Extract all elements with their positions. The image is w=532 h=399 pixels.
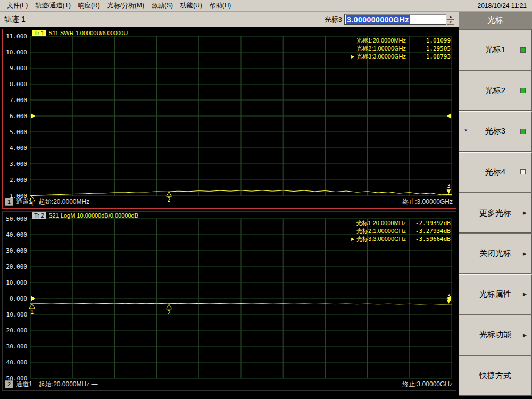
softkey-marker-properties[interactable]: 光标属性▶ [459, 274, 532, 314]
softkey-marker-off[interactable]: 关闭光标▶ [459, 234, 532, 274]
ref-level-arrow-right-icon [447, 113, 451, 119]
chart-title-text: S11 SWR 1.00000U/6.00000U [48, 30, 128, 36]
y-axis-tick: 2.000 [3, 177, 27, 184]
softkey-marker2[interactable]: 光标2 [459, 71, 532, 111]
submenu-arrow-icon: ▶ [523, 332, 527, 338]
menu-trace-channel[interactable]: 轨迹/通道(T) [31, 0, 74, 12]
marker-readout-label: 光标3:3.00000GHz [356, 235, 406, 243]
marker-readout-value: -2.99392dB [409, 220, 451, 227]
submenu-arrow-icon: ▶ [523, 251, 527, 256]
y-axis-tick: 20.000 [3, 263, 27, 270]
y-axis-tick: 3.000 [3, 161, 27, 168]
marker-number: 3 [447, 293, 450, 299]
chart-panel-tr1-s11-swr: 123 11.00010.0009.0008.0007.0006.0005.00… [2, 29, 456, 209]
marker-frequency-value: 3.000000000GHz [346, 15, 410, 24]
marker-led-indicator [520, 88, 526, 93]
submenu-arrow-icon: ▶ [523, 210, 527, 215]
active-marker-arrow-icon[interactable] [446, 189, 451, 194]
marker-readout-line: ▶光标3:3.00000GHz-3.59664dB [351, 235, 451, 243]
frequency-spinner: ▲ ▼ [447, 14, 454, 25]
softkey-marker1[interactable]: 光标1 [459, 30, 532, 70]
menu-stimulus[interactable]: 激励(S) [148, 0, 177, 12]
marker-readouts: 光标1:20.0000MHz1.01099光标2:1.00000GHz1.295… [351, 37, 451, 61]
ref-level-arrow-left-icon [31, 113, 35, 119]
marker-field-label: 光标3 [325, 15, 342, 24]
ref-level-arrow-left-icon [31, 296, 35, 301]
marker-readout-label: 光标3:3.00000GHz [356, 53, 406, 61]
active-trace-selector[interactable]: 轨迹 1 [4, 15, 26, 24]
softkey-label: 光标2 [485, 86, 505, 96]
y-axis-tick: 7.000 [3, 97, 27, 104]
marker-readout-line: ▶光标3:3.00000GHz1.08793 [351, 53, 451, 61]
chart-area: 123 11.00010.0009.0008.0007.0006.0005.00… [0, 27, 459, 399]
softkey-label: 光标功能 [479, 330, 511, 340]
y-axis-tick: -20.000 [3, 327, 27, 334]
marker-led-indicator [520, 169, 526, 174]
y-axis-tick: 6.000 [3, 113, 27, 120]
sweep-stop-label: 终止:3.00000GHz [402, 380, 453, 389]
menu-marker-analysis[interactable]: 光标/分析(M) [104, 0, 148, 12]
softkey-more-markers[interactable]: 更多光标▶ [459, 193, 532, 233]
softkey-shortcut[interactable]: 快捷方式 [459, 356, 532, 396]
datetime-display: 2018/10/24 11:21 [477, 2, 529, 10]
marker-number: 2 [168, 310, 171, 315]
softkey-label: 光标4 [485, 167, 505, 177]
marker-readout-value: -3.59664dB [409, 236, 451, 243]
softkey-marker-function[interactable]: 光标功能▶ [459, 315, 532, 355]
y-axis-tick: 50.000 [3, 215, 27, 222]
y-axis-tick: 5.000 [3, 129, 27, 136]
y-axis-ticks: 50.00040.00030.00020.00010.0000.000-10.0… [3, 212, 28, 390]
y-axis-tick: 9.000 [3, 65, 27, 72]
selected-marker-arrow-icon: ▶ [351, 237, 356, 242]
channel-number-badge: 1 [5, 198, 13, 206]
menu-file[interactable]: 文件(F) [3, 0, 31, 12]
active-marker-arrow-icon[interactable] [446, 300, 451, 304]
toolbar: 轨迹 1 光标3 3.000000000GHz ▲ ▼ [0, 12, 459, 27]
marker-frequency-input[interactable]: 3.000000000GHz [344, 14, 446, 25]
sweep-stop-label: 终止:3.00000GHz [402, 197, 453, 206]
softkey-buttons: 光标1光标2*光标3光标4更多光标▶关闭光标▶光标属性▶光标功能▶快捷方式 [459, 29, 532, 396]
vna-application-window: 文件(F)轨迹/通道(T)响应(R)光标/分析(M)激励(S)功能(U)帮助(H… [0, 0, 532, 399]
marker-readout-value: 1.08793 [409, 53, 451, 60]
spinner-down-button[interactable]: ▼ [447, 20, 454, 26]
y-axis-tick: 10.000 [3, 279, 27, 286]
marker-readouts: 光标1:20.0000MHz-2.99392dB光标2:1.00000GHz-3… [351, 219, 451, 243]
marker-readout-line: 光标2:1.00000GHz-3.27934dB [351, 227, 451, 235]
channel-status-bar: 1 通道1 起始:20.0000MHz ― 终止:3.00000GHz [5, 197, 453, 206]
marker-number: 1 [30, 309, 34, 315]
trace-badge-tr2[interactable]: Tr 2 [32, 212, 46, 219]
channel-name: 通道1 [16, 197, 32, 206]
softkey-marker4[interactable]: 光标4 [459, 152, 532, 193]
selected-marker-arrow-icon: ▶ [351, 54, 356, 59]
softkey-label: 光标1 [485, 45, 505, 55]
marker-number: 3 [447, 183, 450, 189]
chart-panel-tr2-s21-logm: 123 50.00040.00030.00020.00010.0000.000-… [2, 211, 456, 391]
submenu-arrow-icon: ▶ [523, 292, 527, 297]
y-axis-tick: 0.000 [3, 295, 27, 302]
channel-number-badge: 2 [5, 380, 13, 388]
marker-led-indicator [520, 47, 526, 53]
menu-response[interactable]: 响应(R) [74, 0, 104, 12]
sidebar-header: 光标 [459, 12, 532, 29]
sweep-start-label: 起始:20.0000MHz ― [39, 197, 98, 206]
marker-readout-line: 光标1:20.0000MHz1.01099 [351, 37, 451, 45]
chart-title-row: Tr 2 S21 LogM 10.00000dB/0.00000dB [32, 212, 138, 219]
y-axis-ticks: 11.00010.0009.0008.0007.0006.0005.0004.0… [3, 29, 28, 208]
marker-triangle-icon[interactable] [167, 304, 172, 309]
marker-readout-value: 1.01099 [409, 37, 451, 44]
channel-status-bar: 2 通道1 起始:20.0000MHz ― 终止:3.00000GHz [5, 380, 453, 389]
marker-readout-label: 光标1:20.0000MHz [356, 37, 406, 45]
softkey-label: 更多光标 [479, 208, 511, 218]
sweep-start-label: 起始:20.0000MHz ― [39, 380, 98, 389]
menu-help[interactable]: 帮助(H) [206, 0, 235, 12]
y-axis-tick: 30.000 [3, 247, 27, 254]
trace-badge-tr1[interactable]: Tr 1 [32, 30, 46, 36]
spinner-up-button[interactable]: ▲ [447, 14, 454, 20]
menu-utility[interactable]: 功能(U) [177, 0, 206, 12]
marker-readout-value: -3.27934dB [409, 228, 451, 235]
menu-items: 文件(F)轨迹/通道(T)响应(R)光标/分析(M)激励(S)功能(U)帮助(H… [3, 0, 235, 11]
softkey-marker3[interactable]: *光标3 [459, 111, 532, 152]
marker-readout-label: 光标1:20.0000MHz [356, 219, 406, 227]
marker-led-indicator [520, 129, 526, 134]
marker-readout-value: 1.29505 [409, 45, 451, 52]
